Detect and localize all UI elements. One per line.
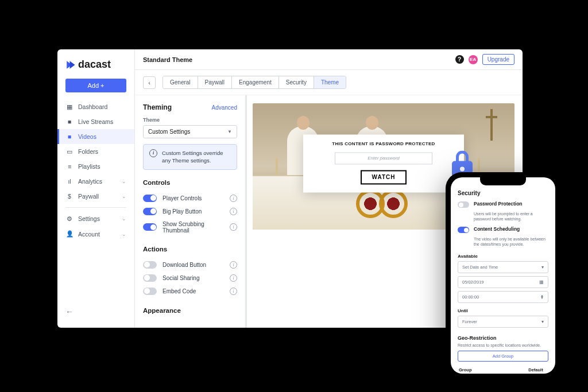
player-controls-toggle[interactable] — [143, 195, 157, 202]
tab-engagement[interactable]: Engagement — [232, 76, 279, 88]
gear-icon: ⚙ — [65, 215, 74, 222]
add-button[interactable]: Add + — [65, 79, 126, 92]
sidebar-nav: ▦Dashboard ■Live Streams ■Videos ▭Folder… — [57, 99, 134, 204]
sidebar-item-label: Analytics — [78, 178, 102, 185]
appearance-heading: Appearance — [143, 307, 237, 314]
collapse-sidebar-button[interactable]: ← — [57, 301, 134, 322]
mobile-password-toggle[interactable] — [458, 201, 469, 208]
cross-decoration — [486, 109, 497, 141]
tab-theme[interactable]: Theme — [314, 76, 346, 88]
phone-notch — [480, 177, 526, 185]
chevron-down-icon: ▾ — [541, 319, 544, 324]
social-toggle[interactable] — [143, 274, 157, 282]
info-icon[interactable]: i — [230, 261, 237, 269]
nav-divider — [65, 207, 126, 208]
toggle-scrubbing: Show Scrubbing Thumbnail i — [143, 218, 237, 236]
mobile-geo-desc: Restrict access to specific locations wo… — [458, 343, 548, 347]
sidebar-item-label: Live Streams — [78, 118, 113, 125]
tabs-row: ‹ General Paywall Engagement Security Th… — [135, 70, 523, 95]
mobile-time-value: 00:00:00 — [462, 294, 479, 300]
back-button[interactable]: ‹ — [143, 76, 156, 89]
dacast-logo-icon — [65, 60, 76, 70]
mobile-until-value: Forever — [462, 319, 477, 324]
sidebar-item-folders[interactable]: ▭Folders — [57, 144, 134, 159]
toggle-download: Download Button i — [143, 258, 237, 271]
mobile-password-label: Password Protection — [474, 201, 523, 207]
theme-field-label: Theme — [143, 117, 237, 123]
info-icon[interactable]: i — [230, 274, 237, 282]
mobile-password-desc: Users will be prompted to enter a passwo… — [474, 211, 548, 222]
tab-group: General Paywall Engagement Security Them… — [163, 76, 346, 89]
mobile-date-value: 05/02/2019 — [462, 280, 484, 285]
topbar: Standard Theme ? EA Upgrade — [135, 49, 523, 70]
sidebar-item-label: Account — [78, 231, 100, 238]
theme-info-text: Custom Settings override any Theme setti… — [162, 149, 231, 165]
embed-toggle[interactable] — [143, 288, 157, 295]
brand-text: dacast — [78, 59, 111, 71]
mobile-time-input[interactable]: 00:00:00 ▲▼ — [458, 291, 548, 303]
watch-button[interactable]: WATCH — [361, 170, 407, 184]
mobile-until-select[interactable]: Forever ▾ — [458, 316, 548, 328]
mobile-available-select[interactable]: Set Date and Time ▾ — [458, 261, 548, 273]
info-icon[interactable]: i — [230, 195, 237, 202]
sidebar-item-label: Settings — [78, 215, 100, 222]
help-icon[interactable]: ? — [455, 55, 464, 64]
mobile-scheduling-desc: The video will only be available between… — [474, 236, 548, 247]
sidebar-item-label: Dashboard — [78, 103, 107, 110]
page-title: Standard Theme — [143, 56, 192, 63]
tab-paywall[interactable]: Paywall — [198, 76, 232, 88]
theme-info-box: i Custom Settings override any Theme set… — [143, 144, 237, 170]
analytics-icon: ıl — [65, 178, 74, 185]
video-icon: ■ — [65, 133, 74, 140]
avatar[interactable]: EA — [469, 55, 478, 64]
toggle-label: Big Play Button — [163, 208, 202, 215]
sidebar-item-dashboard[interactable]: ▦Dashboard — [57, 99, 134, 114]
sidebar-item-paywall[interactable]: $Paywall⌄ — [57, 189, 134, 204]
sidebar-item-analytics[interactable]: ılAnalytics⌄ — [57, 174, 134, 189]
toggle-label: Social Sharing — [163, 275, 199, 281]
sidebar-item-videos[interactable]: ■Videos — [57, 129, 134, 144]
theme-select-value: Custom Settings — [148, 129, 190, 135]
mobile-scheduling-label: Content Scheduling — [474, 226, 520, 232]
sidebar-item-account[interactable]: 👤Account⌄ — [57, 226, 134, 242]
theming-heading: Theming — [143, 103, 172, 111]
mobile-date-input[interactable]: 05/02/2019 ▦ — [458, 276, 548, 288]
mobile-until-label: Until — [458, 308, 548, 313]
sidebar: dacast Add + ▦Dashboard ■Live Streams ■V… — [57, 49, 135, 328]
brand-logo: dacast — [57, 55, 134, 79]
big-play-toggle[interactable] — [143, 208, 157, 215]
mobile-col-group: Group — [459, 367, 524, 372]
info-icon[interactable]: i — [230, 208, 237, 215]
toggle-label: Show Scrubbing Thumbnail — [163, 221, 230, 234]
info-icon[interactable]: i — [230, 288, 237, 295]
mobile-add-group-button[interactable]: Add Group — [458, 351, 548, 362]
theme-select[interactable]: Custom Settings ▼ — [143, 125, 237, 138]
folder-icon: ▭ — [65, 148, 74, 155]
download-toggle[interactable] — [143, 261, 157, 269]
altar-decoration — [356, 189, 425, 224]
sidebar-item-settings[interactable]: ⚙Settings⌄ — [57, 211, 134, 226]
chevron-down-icon: ⌄ — [122, 231, 126, 237]
scrubbing-toggle[interactable] — [143, 223, 157, 231]
sidebar-item-livestreams[interactable]: ■Live Streams — [57, 114, 134, 129]
dollar-icon: $ — [65, 193, 74, 200]
tab-security[interactable]: Security — [279, 76, 314, 88]
playlist-icon: ≡ — [65, 163, 74, 170]
phone-mockup: Security Password Protection Users will … — [446, 172, 560, 379]
password-overlay: THIS CONTENT IS PASSWORD PROTECTED Enter… — [303, 134, 464, 192]
upgrade-button[interactable]: Upgrade — [482, 54, 514, 65]
mobile-available-value: Set Date and Time — [462, 265, 498, 270]
tab-general[interactable]: General — [163, 76, 198, 88]
advanced-link[interactable]: Advanced — [212, 104, 237, 111]
actions-heading: Actions — [143, 246, 237, 253]
person-icon: 👤 — [65, 230, 74, 238]
controls-heading: Controls — [143, 179, 237, 186]
info-icon[interactable]: i — [230, 223, 237, 231]
chevron-down-icon: ⌄ — [122, 216, 126, 222]
sidebar-item-playlists[interactable]: ≡Playlists — [57, 159, 134, 174]
toggle-label: Embed Code — [163, 288, 196, 294]
password-input[interactable]: Enter password — [335, 152, 432, 164]
mobile-scheduling-toggle[interactable] — [458, 227, 469, 233]
toggle-embed: Embed Code i — [143, 285, 237, 298]
dashboard-icon: ▦ — [65, 103, 74, 110]
